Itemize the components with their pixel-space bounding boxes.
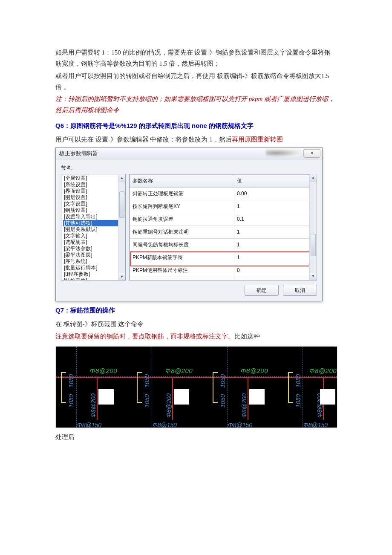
list-item[interactable]: [钢筋设置] <box>63 207 125 214</box>
cad-screenshot: Φ8@200 Φ8@200 Φ8@200 Φ8@200 1050 1050 10… <box>55 346 337 428</box>
table-row[interactable]: 斜筋转正处理板底钢筋0.00 <box>130 188 317 200</box>
rebar-label: Φ8@200 <box>241 365 268 376</box>
white-mask <box>320 389 335 405</box>
dialog-columns: [全局设置][系统设置][界面设置][图层设置][文字设置][钢筋设置][设置导… <box>61 174 317 280</box>
param-name-cell: 钢筋拉通角度误差 <box>130 213 234 226</box>
close-button[interactable]: ✕ <box>303 149 320 158</box>
dialog-title: 板王参数编辑器 <box>59 149 98 159</box>
param-name-cell: PKPM使用整体尺寸标注 <box>130 264 234 277</box>
list-item[interactable]: [选配筋表] <box>63 239 125 246</box>
param-name-cell: 钢筋重编号对话框末注明 <box>130 226 234 239</box>
col-name: 参数名称 <box>130 175 234 188</box>
white-mask <box>249 389 265 405</box>
note-paragraph: 注：转图后的图纸暂时不支持放缩的；如果需要放缩板图可以先打开 pkpm 或者广厦… <box>55 93 337 116</box>
q7-line2: 注意选取要保留的钢筋时，要点取钢筋，而非规格或标注文字。比如这种 <box>55 331 337 342</box>
param-name-cell: 同编号负筋每根均标长度 <box>130 239 234 251</box>
dialog-screenshot: 板王参数编辑器 ✕ 节名: [全局设置][系统设置][界面设置][图层设置][文… <box>55 147 337 301</box>
dim-text: 1050 <box>218 374 228 387</box>
table-row[interactable]: 钢筋重编号对话框末注明1 <box>130 226 317 239</box>
bottom-spec-text: Φ8@150 <box>77 420 101 428</box>
list-item[interactable]: [全局设置] <box>63 175 125 182</box>
dim-text: 1050 <box>142 394 153 408</box>
dim-text: 1050 <box>293 394 304 408</box>
param-value-cell[interactable]: 0.00 <box>234 188 317 200</box>
dim-text: 1050 <box>142 374 153 387</box>
dim-text: 1050 <box>218 394 228 408</box>
param-value-cell[interactable]: 1 <box>234 277 317 281</box>
list-item[interactable]: [文字输入] <box>63 233 125 239</box>
param-value-cell[interactable]: 1 <box>234 239 317 251</box>
param-name-cell: 改板筋规格自动改钩 <box>130 277 234 281</box>
list-item[interactable]: [图层关系默认] <box>63 226 125 233</box>
list-item[interactable]: [序号系统] <box>63 258 125 265</box>
q6-heading: Q6：原图钢筋符号是%%129 的形式转图后出现 none 的钢筋规格文字 <box>55 120 337 131</box>
rebar-label: Φ8@200 <box>309 365 337 376</box>
scroll-down-icon[interactable]: ▼ <box>118 273 125 280</box>
dim-text: 1050 <box>66 374 77 387</box>
white-mask <box>98 389 114 405</box>
list-item[interactable]: [批量运行脚本] <box>63 265 125 271</box>
section-label: 节名: <box>61 164 317 173</box>
table-row[interactable]: 钢筋拉通角度误差0.1 <box>130 213 317 226</box>
dialog-titlebar: 板王参数编辑器 ✕ <box>56 148 322 159</box>
paragraph: 或者用户可以按照目前的转图或者自绘制完之后，再使用 板筋编辑-》板筋放缩命令将板… <box>55 70 337 93</box>
rebar-spec-text: Φ8@200 <box>164 393 174 418</box>
bottom-spec-text: Φ8@150 <box>228 420 252 428</box>
q6-body: 用户可以先在 设置-》参数编辑器 中修改：将参数改为 1，然后再用原图重新转图 <box>55 134 337 145</box>
list-item[interactable]: [梁平法图层] <box>63 252 125 258</box>
scroll-up-icon[interactable]: ▲ <box>310 174 317 182</box>
q6-heading-none: none <box>192 122 207 129</box>
window-controls: ✕ <box>266 149 320 158</box>
list-item[interactable]: [梁平法参数] <box>63 246 125 252</box>
param-value-cell[interactable]: 0.1 <box>234 213 317 226</box>
list-item[interactable]: [系统设置] <box>63 182 125 188</box>
table-row[interactable]: 改板筋规格自动改钩1 <box>130 277 317 281</box>
grid-scrollbar[interactable]: ▲ ▼ <box>309 174 317 280</box>
q6-heading-post: 的钢筋规格文字 <box>207 122 254 129</box>
param-value-cell[interactable]: 0 <box>234 264 317 277</box>
listbox-scrollbar[interactable]: ▲ ▼ <box>118 174 125 280</box>
param-name-cell: 斜筋转正处理板底钢筋 <box>130 188 234 200</box>
section-listbox[interactable]: [全局设置][系统设置][界面设置][图层设置][文字设置][钢筋设置][设置导… <box>61 174 126 280</box>
list-item[interactable]: [图层设置] <box>63 194 125 201</box>
paragraph: 如果用户需要转 1：150 的比例的情况，需要先在 设置-》钢筋参数设置和图层文… <box>55 47 337 69</box>
scroll-down-icon[interactable]: ▼ <box>310 273 317 280</box>
bottom-spec-text: Φ8@150 <box>153 420 177 428</box>
q6-body-b: 再用原图重新转图 <box>232 136 283 143</box>
bottom-spec-text: Φ8@150 <box>303 420 328 428</box>
dialog-body: 节名: [全局设置][系统设置][界面设置][图层设置][文字设置][钢筋设置]… <box>56 159 322 301</box>
rebar-label: Φ8@200 <box>165 365 193 376</box>
scrollbar-thumb[interactable] <box>311 234 316 256</box>
q7-heading: Q7：标筋范围的操作 <box>55 305 337 316</box>
list-item[interactable]: [其他可选项] <box>63 220 125 226</box>
table-row[interactable]: 按长短跨判断板底XY1 <box>130 200 317 213</box>
ok-button[interactable]: 确定 <box>245 285 279 296</box>
param-value-cell[interactable]: 1 <box>234 226 317 239</box>
rebar-spec-text: Φ8@200 <box>239 393 250 418</box>
rebar-label: Φ8@200 <box>90 365 117 376</box>
list-item[interactable]: [tf程序参数] <box>63 271 125 278</box>
param-value-cell[interactable]: 1 <box>234 251 317 264</box>
dim-text: 1050 <box>66 394 77 408</box>
dialog-buttons: 确定 取消 <box>61 285 317 296</box>
col-value: 值 <box>234 175 317 188</box>
param-name-cell: PKPM新版本钢筋字符 <box>130 251 234 264</box>
q7-line2a: 注意选取要保留的钢筋时，要点取钢筋，而非规格或标注文字。 <box>55 333 234 340</box>
list-item[interactable]: [结构定位] <box>63 278 125 280</box>
q7-line2b: 比如这种 <box>234 333 260 340</box>
param-grid[interactable]: 参数名称 值 斜筋转正处理板底钢筋0.00按长短跨判断板底XY1钢筋拉通角度误差… <box>129 174 317 280</box>
list-item[interactable]: [界面设置] <box>63 188 125 194</box>
rebar-spec-text: Φ8@200 <box>88 393 99 418</box>
list-item[interactable]: [文字设置] <box>63 201 125 207</box>
cancel-button[interactable]: 取消 <box>283 285 317 296</box>
scrollbar-thumb[interactable] <box>119 191 124 218</box>
table-row[interactable]: PKPM新版本钢筋字符1 <box>130 251 317 264</box>
list-item[interactable]: [设置导入导出] <box>63 214 125 220</box>
table-row[interactable]: PKPM使用整体尺寸标注0 <box>130 264 317 277</box>
table-row[interactable]: 同编号负筋每根均标长度1 <box>130 239 317 251</box>
param-value-cell[interactable]: 1 <box>234 200 317 213</box>
q7-after: 处理后 <box>55 431 337 442</box>
scroll-up-icon[interactable]: ▲ <box>118 174 125 182</box>
blurred-area <box>266 149 300 157</box>
dim-text: 1050 <box>293 374 304 387</box>
